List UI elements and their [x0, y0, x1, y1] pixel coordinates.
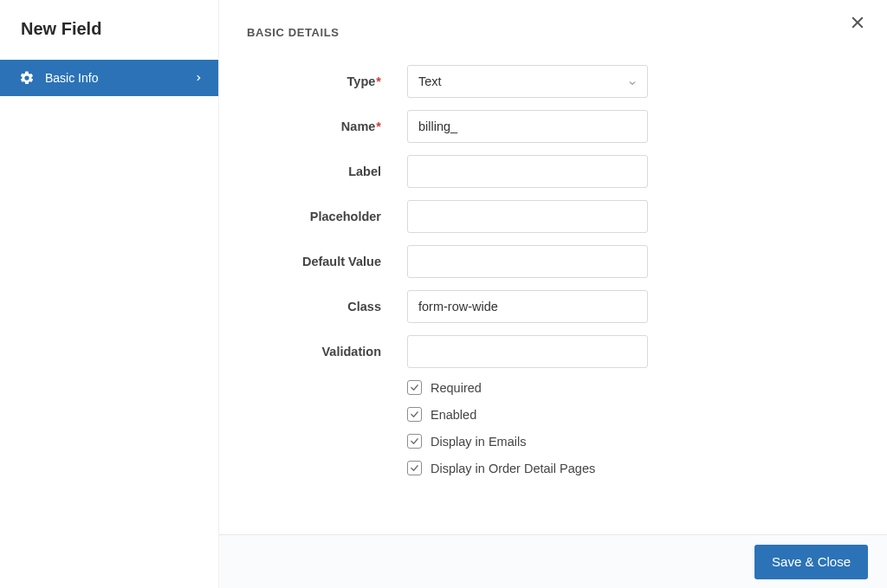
name-input[interactable]: [407, 110, 648, 143]
enabled-checkbox[interactable]: [407, 407, 422, 422]
main-panel: BASIC DETAILS Type* Text Name*: [219, 0, 887, 588]
label-validation: Validation: [247, 345, 407, 359]
display-order-pages-checkbox-label: Display in Order Detail Pages: [431, 462, 595, 475]
check-icon: [410, 436, 419, 446]
class-input[interactable]: [407, 290, 648, 323]
sidebar-item-label: Basic Info: [45, 71, 98, 85]
chevron-right-icon: [194, 74, 203, 82]
validation-input[interactable]: [407, 335, 648, 368]
new-field-modal: New Field Basic Info BASIC DETAILS: [0, 0, 887, 588]
label-input[interactable]: [407, 155, 648, 188]
label-name: Name*: [247, 120, 407, 133]
label-type: Type*: [247, 74, 407, 88]
display-emails-checkbox[interactable]: [407, 434, 422, 449]
enabled-checkbox-label: Enabled: [431, 408, 476, 422]
check-icon: [410, 463, 419, 473]
required-checkbox-label: Required: [431, 381, 482, 395]
sidebar-item-basic-info[interactable]: Basic Info: [0, 60, 218, 96]
basic-details-form: Type* Text Name* Label: [247, 65, 842, 475]
label-label: Label: [247, 165, 407, 178]
section-title: BASIC DETAILS: [247, 26, 842, 65]
placeholder-input[interactable]: [407, 200, 648, 233]
default-value-input[interactable]: [407, 245, 648, 278]
check-icon: [410, 410, 419, 419]
close-button[interactable]: [847, 14, 868, 35]
form-content: BASIC DETAILS Type* Text Name*: [219, 0, 887, 534]
sidebar: New Field Basic Info: [0, 0, 219, 588]
label-class: Class: [247, 300, 407, 313]
close-icon: [850, 15, 865, 34]
gear-icon: [19, 70, 35, 86]
display-emails-checkbox-label: Display in Emails: [431, 435, 526, 449]
label-placeholder: Placeholder: [247, 210, 407, 223]
label-default-value: Default Value: [247, 255, 407, 268]
check-icon: [410, 383, 419, 392]
type-select[interactable]: Text: [407, 65, 648, 98]
modal-footer: Save & Close: [219, 534, 887, 588]
display-order-pages-checkbox[interactable]: [407, 461, 422, 475]
save-and-close-button[interactable]: Save & Close: [754, 545, 868, 579]
sidebar-title: New Field: [0, 0, 218, 60]
required-checkbox[interactable]: [407, 380, 422, 395]
